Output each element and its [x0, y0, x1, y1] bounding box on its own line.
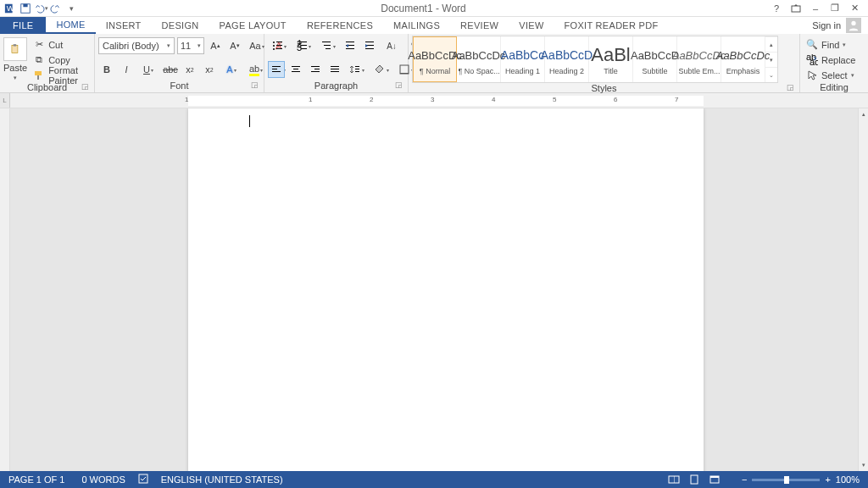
multilevel-list-button[interactable]: ▾ [317, 37, 339, 54]
cut-label: Cut [48, 40, 63, 50]
cut-button[interactable]: ✂Cut [31, 37, 91, 52]
tab-design[interactable]: DESIGN [152, 17, 209, 34]
text-effects-button[interactable]: A▾ [220, 61, 242, 78]
user-avatar-icon[interactable] [846, 18, 861, 33]
tab-references[interactable]: REFERENCES [297, 17, 383, 34]
align-left-button[interactable] [268, 61, 285, 78]
style-subtitle[interactable]: AaBbCcDSubtitle [633, 36, 677, 82]
svg-rect-39 [311, 71, 320, 72]
justify-button[interactable] [326, 61, 343, 78]
status-bar: PAGE 1 OF 1 0 WORDS ENGLISH (UNITED STAT… [0, 471, 868, 488]
select-button[interactable]: Select▾ [804, 68, 858, 82]
tab-home[interactable]: HOME [46, 17, 95, 34]
tab-insert[interactable]: INSERT [96, 17, 152, 34]
zoom-slider[interactable] [752, 479, 820, 481]
ruler-tick: 1 [309, 96, 312, 103]
document-canvas[interactable] [10, 108, 858, 471]
style-subtle-emphasis[interactable]: AaBbCcDcSubtle Em... [677, 36, 721, 82]
vertical-ruler[interactable] [0, 108, 10, 471]
grow-font-button[interactable]: A▴ [207, 37, 224, 54]
font-size-combo[interactable]: 11▾ [177, 37, 204, 54]
styles-scroll-down[interactable]: ▾ [765, 52, 777, 67]
svg-rect-47 [400, 73, 409, 74]
replace-button[interactable]: abacReplace [804, 53, 858, 67]
svg-rect-37 [311, 66, 320, 67]
tab-review[interactable]: REVIEW [450, 17, 509, 34]
view-read-mode-button[interactable] [664, 471, 684, 488]
qat-undo-button[interactable]: ▾ [33, 1, 48, 16]
horizontal-ruler[interactable]: L 1 1 2 3 4 5 6 7 [0, 93, 868, 108]
clipboard-launcher[interactable]: ◲ [81, 82, 89, 91]
zoom-out-button[interactable]: − [742, 474, 747, 485]
align-right-button[interactable] [307, 61, 324, 78]
qat-save-button[interactable] [18, 1, 33, 16]
qat-customize-button[interactable]: ▾ [64, 1, 79, 16]
svg-text:3: 3 [297, 42, 302, 52]
sort-button[interactable]: A↓ [381, 37, 403, 54]
qat-redo-button[interactable] [48, 1, 64, 16]
font-name-combo[interactable]: Calibri (Body)▾ [98, 37, 175, 54]
ruler-tick: 2 [370, 96, 373, 103]
shrink-font-button[interactable]: A▾ [226, 37, 243, 54]
copy-label: Copy [48, 55, 70, 65]
tab-view[interactable]: VIEW [509, 17, 554, 34]
align-center-button[interactable] [287, 61, 304, 78]
scroll-down-button[interactable]: ▾ [859, 459, 868, 471]
numbering-button[interactable]: 123▾ [292, 37, 314, 54]
find-button[interactable]: 🔍Find▾ [804, 37, 858, 52]
page[interactable] [188, 108, 704, 471]
replace-label: Replace [821, 55, 855, 65]
strike-button[interactable]: abc [162, 61, 179, 78]
close-button[interactable]: ✕ [846, 1, 863, 16]
style-title[interactable]: AaBlTitle [589, 36, 633, 82]
ruler-corner: L [0, 93, 10, 108]
styles-expand[interactable]: ⌄ [765, 67, 777, 82]
paste-button[interactable]: Paste ▾ [3, 36, 27, 81]
status-words[interactable]: 0 WORDS [73, 474, 133, 485]
svg-rect-3 [23, 3, 27, 7]
tab-mailings[interactable]: MAILINGS [383, 17, 450, 34]
tab-foxit-pdf[interactable]: FOXIT READER PDF [554, 17, 669, 34]
status-page[interactable]: PAGE 1 OF 1 [0, 474, 73, 485]
vertical-scrollbar[interactable]: ▴ ▾ [858, 108, 868, 471]
format-painter-button[interactable]: Format Painter [31, 68, 91, 82]
help-button[interactable]: ? [768, 1, 785, 16]
bullets-button[interactable]: ▾ [268, 37, 290, 54]
underline-button[interactable]: U▾ [137, 61, 159, 78]
font-launcher[interactable]: ◲ [251, 80, 259, 89]
line-spacing-button[interactable]: ▾ [346, 61, 368, 78]
style-heading1[interactable]: AaBbCcHeading 1 [501, 36, 545, 82]
style-heading2[interactable]: AaBbCcDHeading 2 [545, 36, 589, 82]
increase-indent-button[interactable] [361, 37, 378, 54]
style-emphasis[interactable]: AaBbCcDcEmphasis [721, 36, 765, 82]
view-print-layout-button[interactable] [684, 471, 704, 488]
maximize-button[interactable]: ❐ [826, 1, 843, 16]
zoom-in-button[interactable]: + [825, 474, 830, 485]
style-no-spacing[interactable]: AaBbCcDc¶ No Spac... [457, 36, 501, 82]
paragraph-launcher[interactable]: ◲ [395, 80, 403, 89]
shading-button[interactable]: ▾ [370, 61, 392, 78]
bold-button[interactable]: B [98, 61, 115, 78]
minimize-button[interactable]: – [807, 1, 824, 16]
view-web-layout-button[interactable] [704, 471, 725, 488]
ruler-tick: 1 [185, 96, 188, 103]
tab-page-layout[interactable]: PAGE LAYOUT [209, 17, 297, 34]
svg-rect-28 [365, 42, 374, 42]
tab-file[interactable]: FILE [0, 17, 46, 34]
style-normal[interactable]: AaBbCcDc¶ Normal [413, 36, 457, 82]
svg-rect-36 [292, 71, 300, 72]
italic-button[interactable]: I [118, 61, 135, 78]
svg-rect-55 [710, 476, 719, 478]
svg-rect-15 [276, 48, 282, 49]
superscript-button[interactable]: x2 [201, 61, 218, 78]
zoom-level[interactable]: 100% [836, 474, 860, 485]
status-language[interactable]: ENGLISH (UNITED STATES) [153, 474, 292, 485]
styles-launcher[interactable]: ◲ [787, 83, 794, 92]
sign-in-link[interactable]: Sign in [812, 20, 841, 30]
decrease-indent-button[interactable] [342, 37, 359, 54]
subscript-button[interactable]: x2 [181, 61, 198, 78]
ribbon-display-button[interactable] [787, 1, 804, 16]
scroll-up-button[interactable]: ▴ [859, 108, 868, 120]
styles-scroll-up[interactable]: ▴ [765, 36, 777, 52]
status-proofing-icon[interactable] [134, 473, 153, 486]
